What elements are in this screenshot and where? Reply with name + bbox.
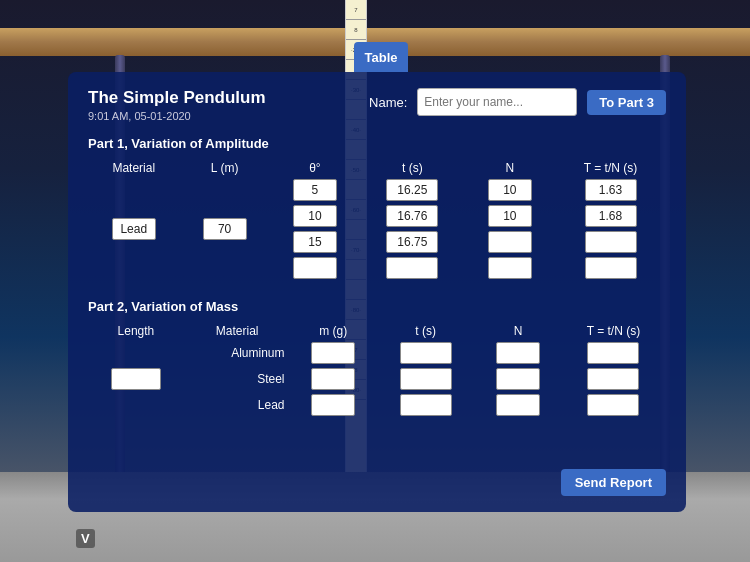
col-TN: T = t/N (s) xyxy=(555,159,666,177)
title-block: The Simple Pendulum 9:01 AM, 05-01-2020 xyxy=(88,88,266,122)
L-cell: 70 xyxy=(180,177,270,281)
length-cell xyxy=(88,340,184,418)
t2-cell-1 xyxy=(376,340,475,366)
t-input-1[interactable] xyxy=(386,179,438,201)
theta-cell-2 xyxy=(270,203,360,229)
m-cell-3 xyxy=(291,392,377,418)
theta-cell-4 xyxy=(270,255,360,281)
table-tab-label: Table xyxy=(365,50,398,65)
TN2-input-1[interactable] xyxy=(587,342,639,364)
t2-input-3[interactable] xyxy=(400,394,452,416)
TN2-cell-3 xyxy=(561,392,666,418)
to-part3-button[interactable]: To Part 3 xyxy=(587,90,666,115)
TN2-cell-2 xyxy=(561,366,666,392)
col-length: Length xyxy=(88,322,184,340)
main-panel: The Simple Pendulum 9:01 AM, 05-01-2020 … xyxy=(68,72,686,512)
N-input-3[interactable] xyxy=(488,231,532,253)
N-cell-1 xyxy=(465,177,555,203)
col-N: N xyxy=(465,159,555,177)
TN-cell-3 xyxy=(555,229,666,255)
app-title: The Simple Pendulum xyxy=(88,88,266,108)
t2-input-2[interactable] xyxy=(400,368,452,390)
N-cell-3 xyxy=(465,229,555,255)
t2-cell-2 xyxy=(376,366,475,392)
ruler-tick: 8 xyxy=(346,20,366,40)
N-cell-4 xyxy=(465,255,555,281)
TN-input-1[interactable] xyxy=(585,179,637,201)
col-material: Material xyxy=(88,159,180,177)
TN-cell-4 xyxy=(555,255,666,281)
part1-section-title: Part 1, Variation of Amplitude xyxy=(88,136,666,151)
part1-table: Material L (m) θ° t (s) N T = t/N (s) Le… xyxy=(88,159,666,281)
header-row: The Simple Pendulum 9:01 AM, 05-01-2020 … xyxy=(88,88,666,122)
t-cell-4 xyxy=(360,255,465,281)
col-theta: θ° xyxy=(270,159,360,177)
TN2-cell-1 xyxy=(561,340,666,366)
col-t2: t (s) xyxy=(376,322,475,340)
part2-section-title: Part 2, Variation of Mass xyxy=(88,299,666,314)
theta-input-3[interactable] xyxy=(293,231,337,253)
name-label: Name: xyxy=(369,95,407,110)
N2-cell-3 xyxy=(475,392,561,418)
name-input[interactable] xyxy=(417,88,577,116)
col-material2: Material xyxy=(184,322,291,340)
t-cell-1 xyxy=(360,177,465,203)
t2-cell-3 xyxy=(376,392,475,418)
v-label: V xyxy=(76,529,95,548)
material-cell: Lead xyxy=(88,177,180,281)
app-subtitle: 9:01 AM, 05-01-2020 xyxy=(88,110,266,122)
TN2-input-3[interactable] xyxy=(587,394,639,416)
col-L: L (m) xyxy=(180,159,270,177)
m-cell-1 xyxy=(291,340,377,366)
part2-table: Length Material m (g) t (s) N T = t/N (s… xyxy=(88,322,666,418)
TN-cell-2 xyxy=(555,203,666,229)
length-input[interactable] xyxy=(111,368,161,390)
send-report-button[interactable]: Send Report xyxy=(561,469,666,496)
m-cell-2 xyxy=(291,366,377,392)
theta-input-1[interactable] xyxy=(293,179,337,201)
t-input-2[interactable] xyxy=(386,205,438,227)
theta-cell-1 xyxy=(270,177,360,203)
ruler-tick: 7 xyxy=(346,0,366,20)
N-input-2[interactable] xyxy=(488,205,532,227)
theta-input-4[interactable] xyxy=(293,257,337,279)
TN-input-2[interactable] xyxy=(585,205,637,227)
material-lead: Lead xyxy=(184,392,291,418)
t-cell-3 xyxy=(360,229,465,255)
material-steel: Steel xyxy=(184,366,291,392)
N-cell-2 xyxy=(465,203,555,229)
table-row: Lead 70 xyxy=(88,177,666,203)
TN2-input-2[interactable] xyxy=(587,368,639,390)
material-input[interactable]: Lead xyxy=(112,218,156,240)
t-cell-2 xyxy=(360,203,465,229)
TN-cell-1 xyxy=(555,177,666,203)
N2-input-3[interactable] xyxy=(496,394,540,416)
N2-input-1[interactable] xyxy=(496,342,540,364)
table-tab[interactable]: Table xyxy=(354,42,408,72)
t-input-3[interactable] xyxy=(386,231,438,253)
material-aluminum: Aluminum xyxy=(184,340,291,366)
N-input-4[interactable] xyxy=(488,257,532,279)
theta-input-2[interactable] xyxy=(293,205,337,227)
table-row: Aluminum xyxy=(88,340,666,366)
col-t: t (s) xyxy=(360,159,465,177)
col-m: m (g) xyxy=(291,322,377,340)
col-TN2: T = t/N (s) xyxy=(561,322,666,340)
col-N2: N xyxy=(475,322,561,340)
part2-section: Part 2, Variation of Mass Length Materia… xyxy=(88,299,666,418)
L-input[interactable]: 70 xyxy=(203,218,247,240)
theta-cell-3 xyxy=(270,229,360,255)
N2-cell-1 xyxy=(475,340,561,366)
header-right: Name: To Part 3 xyxy=(369,88,666,116)
t-input-4[interactable] xyxy=(386,257,438,279)
N2-cell-2 xyxy=(475,366,561,392)
t2-input-1[interactable] xyxy=(400,342,452,364)
m-input-2[interactable] xyxy=(311,368,355,390)
m-input-3[interactable] xyxy=(311,394,355,416)
m-input-1[interactable] xyxy=(311,342,355,364)
TN-input-3[interactable] xyxy=(585,231,637,253)
TN-input-4[interactable] xyxy=(585,257,637,279)
N-input-1[interactable] xyxy=(488,179,532,201)
N2-input-2[interactable] xyxy=(496,368,540,390)
